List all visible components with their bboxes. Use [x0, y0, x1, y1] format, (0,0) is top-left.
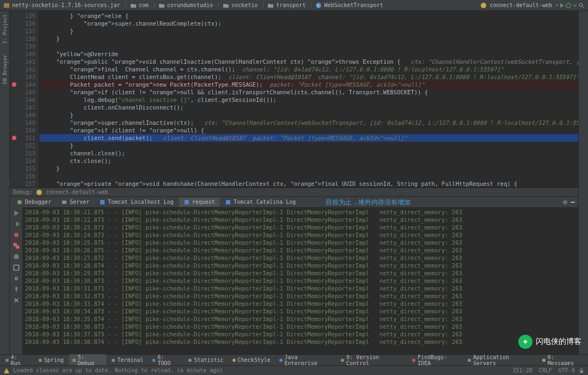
svg-point-13	[564, 201, 566, 203]
svg-rect-0	[4, 3, 9, 8]
tool-window-terminal[interactable]: Terminal	[108, 356, 146, 364]
svg-rect-18	[14, 265, 19, 270]
code-content[interactable]: } "orange">else { "orange">super.channel…	[39, 11, 578, 188]
svg-point-16	[15, 245, 19, 249]
svg-point-17	[14, 254, 19, 259]
breadcrumb[interactable]: transport	[267, 2, 305, 9]
breadcrumb[interactable]: netty-socketio-1.7.16-sources.jar	[3, 2, 120, 9]
status-bar: Loaded classes are up to date. Nothing t…	[0, 365, 588, 375]
folder-icon	[267, 2, 274, 9]
log-icon	[225, 199, 231, 205]
tab-localhost-log[interactable]: Tomcat Localhost Log	[95, 198, 177, 207]
svg-point-8	[17, 200, 22, 204]
debug-icon[interactable]	[565, 2, 572, 9]
debugger-icon	[16, 199, 23, 205]
folder-icon	[158, 2, 165, 9]
svg-rect-14	[14, 233, 18, 237]
folder-icon	[130, 2, 137, 9]
lock-icon[interactable]	[578, 367, 585, 374]
close-icon[interactable]	[13, 297, 20, 304]
svg-rect-10	[100, 200, 105, 204]
run-configuration[interactable]: connect-default-web ▾	[480, 2, 559, 9]
folder-icon	[223, 2, 229, 9]
file-encoding[interactable]: UTF-8	[559, 367, 575, 373]
debug-tool-window-header[interactable]: Debug: connect-default-web	[10, 188, 578, 196]
line-separator[interactable]: CRLF	[539, 367, 552, 373]
svg-point-19	[15, 277, 17, 280]
tool-window-bar: 4: RunSpring5: DebugTerminal6: TODOStati…	[0, 354, 588, 365]
breadcrumb[interactable]: socketio	[223, 2, 258, 9]
gutter[interactable]: 1351361371381391401411421431441451461471…	[10, 11, 39, 188]
stop-icon[interactable]	[572, 2, 578, 9]
watermark: ✦ 闪电侠的博客	[518, 335, 581, 349]
svg-point-6	[579, 3, 583, 7]
tab-catalina-log[interactable]: Tomcat Catalina Log	[220, 198, 300, 207]
breakpoints-icon[interactable]	[13, 242, 20, 250]
mute-breakpoints-icon[interactable]	[13, 253, 20, 261]
tool-window-spring[interactable]: Spring	[35, 356, 67, 364]
svg-point-7	[36, 190, 42, 195]
project-tool-tab[interactable]: 1: Project	[2, 14, 8, 44]
right-tool-window-bar	[578, 11, 588, 354]
breadcrumb[interactable]: cWebSocketTransport	[315, 2, 383, 9]
svg-point-4	[566, 3, 571, 8]
breadcrumb[interactable]: corundumstudio	[158, 2, 213, 9]
editor[interactable]: 1351361371381391401411421431441451461471…	[10, 11, 578, 188]
svg-text:c: c	[317, 3, 320, 8]
resume-icon[interactable]	[13, 220, 20, 228]
minimize-icon[interactable]	[569, 199, 576, 205]
tomcat-icon	[480, 2, 487, 9]
gear-icon[interactable]	[562, 199, 568, 205]
tomcat-icon	[36, 189, 42, 196]
wechat-icon: ✦	[518, 335, 532, 349]
settings-icon[interactable]	[13, 275, 20, 282]
caret-position[interactable]: 151:28	[513, 367, 532, 373]
svg-rect-5	[573, 4, 577, 7]
svg-rect-9	[62, 201, 66, 204]
run-icon[interactable]	[559, 2, 565, 9]
search-icon[interactable]	[578, 2, 585, 9]
breadcrumb[interactable]: com	[130, 2, 149, 9]
warning-icon[interactable]	[3, 367, 10, 374]
debug-inner-tabs: Debugger Server Tomcat Localhost Log req…	[10, 196, 578, 207]
class-icon: c	[315, 2, 322, 9]
log-icon	[99, 199, 106, 205]
svg-point-3	[481, 3, 486, 8]
debug-label: Debug:	[13, 189, 33, 195]
tab-server[interactable]: Server	[57, 198, 94, 207]
debug-config-name: connect-default-web	[46, 189, 108, 195]
layout-icon[interactable]	[13, 264, 20, 271]
log-icon	[183, 199, 190, 205]
console-toolbar	[10, 207, 23, 354]
stop-icon[interactable]	[13, 231, 20, 239]
svg-rect-12	[226, 200, 230, 204]
console-output[interactable]: 2018-09-03 18:30:21.875 - - [INFO] pike-…	[23, 207, 578, 354]
tool-window-checkstyle[interactable]: CheckStyle	[229, 356, 274, 364]
tab-request[interactable]: request	[179, 198, 219, 207]
tab-debugger[interactable]: Debugger	[12, 198, 56, 207]
server-icon	[61, 199, 68, 205]
svg-rect-11	[185, 200, 189, 204]
status-message: Loaded classes are up to date. Nothing t…	[13, 367, 223, 373]
rerun-icon[interactable]	[13, 209, 20, 217]
annotation-overlay: 目前为止，堆外内存没有增加	[326, 198, 411, 207]
navigation-bar: netty-socketio-1.7.16-sources.jar 〉 com …	[0, 0, 588, 11]
tool-window-statistic[interactable]: Statistic	[185, 356, 226, 364]
svg-rect-20	[580, 371, 583, 373]
jar-icon	[3, 2, 10, 9]
pin-icon[interactable]	[13, 286, 20, 293]
